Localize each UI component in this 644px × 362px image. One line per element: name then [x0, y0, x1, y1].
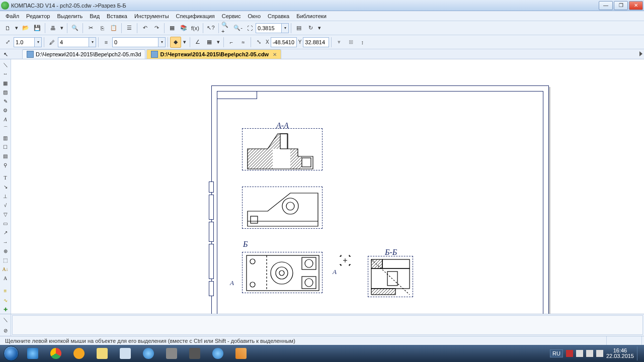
misc2-button[interactable]: ↕ — [357, 37, 368, 48]
mark-tool[interactable]: ↗ — [1, 228, 10, 237]
menu-window[interactable]: Окно — [244, 12, 264, 20]
view-top-box[interactable] — [242, 252, 323, 293]
refresh-drop[interactable]: ▾ — [316, 23, 323, 34]
tangent-tool[interactable]: ⊥ — [1, 192, 10, 201]
leader-tool[interactable]: ↘ — [1, 183, 10, 191]
x-input[interactable] — [271, 37, 297, 47]
zoom-combo[interactable]: ▾ — [256, 23, 289, 33]
drawing-canvas[interactable]: А-А — [11, 59, 644, 314]
taskbar-chrome[interactable] — [45, 346, 67, 360]
new-button[interactable]: 🗋 — [2, 23, 13, 34]
stylenum-dropdown[interactable]: ▾ — [89, 37, 96, 47]
grid-button[interactable]: ▦ — [204, 37, 215, 48]
stylenum-combo[interactable]: ▾ — [58, 37, 96, 47]
taskbar-explorer[interactable] — [91, 346, 113, 360]
menu-tools[interactable]: Инструменты — [131, 12, 173, 20]
taskbar-app1[interactable] — [160, 346, 183, 360]
cut-button[interactable]: ✂ — [85, 23, 96, 34]
y-input[interactable] — [303, 37, 329, 47]
roughness-tool[interactable]: √ — [1, 201, 10, 210]
dim-tool[interactable]: ↔ — [1, 69, 10, 78]
snap-toggle[interactable]: ◆ — [170, 37, 181, 48]
bolt-tool[interactable]: ⚲ — [1, 161, 10, 169]
text-insert-tool[interactable]: T — [1, 173, 10, 182]
menu-spec[interactable]: Спецификация — [173, 12, 218, 20]
section-tool[interactable]: ⬚ — [1, 256, 10, 264]
doc-tab-2[interactable]: D:\Чертежи\2014-2015\Вере\pch2-05.cdw ✕ — [146, 49, 281, 59]
tab-scroll-right[interactable] — [639, 51, 642, 56]
snap-angle-button[interactable]: ∠ — [192, 37, 203, 48]
angle-input[interactable] — [112, 37, 158, 47]
coord-mode-button[interactable]: ⤡ — [253, 37, 264, 48]
help-cursor-button[interactable]: ↖? — [205, 23, 216, 34]
geometry-tool[interactable]: ＼ — [1, 60, 10, 69]
doc-tab-1[interactable]: D:\Чертежи\2014-2015\Вере\pch2-05.m3d — [22, 49, 145, 59]
print-button[interactable]: 🖶 — [47, 23, 58, 34]
tray-action-icon[interactable] — [596, 350, 603, 357]
taskbar-app2[interactable] — [184, 346, 206, 360]
round-button[interactable]: ≈ — [237, 37, 249, 48]
menu-view[interactable]: Вид — [86, 12, 103, 20]
tray-volume-icon[interactable] — [586, 350, 593, 357]
snap-dropdown[interactable]: ▾ — [182, 37, 188, 48]
wave-tool[interactable]: ∿ — [1, 296, 10, 304]
state-button[interactable]: ▤ — [293, 23, 304, 34]
prop-apply[interactable]: ＼ — [1, 315, 10, 324]
style-button[interactable]: 🖉 — [46, 37, 57, 48]
lang-indicator[interactable]: RU — [550, 349, 563, 357]
center-tool[interactable]: ⊕ — [1, 247, 10, 255]
axis-tool[interactable]: ≡ — [1, 287, 10, 295]
show-desktop[interactable] — [637, 346, 641, 360]
view-arrow-tool[interactable]: A — [1, 274, 10, 283]
maximize-button[interactable]: ❐ — [614, 1, 628, 10]
print-dropdown[interactable]: ▾ — [59, 23, 65, 34]
layers-button[interactable]: ≡ — [101, 37, 112, 48]
menu-file[interactable]: Файл — [2, 12, 23, 20]
zoomin-button[interactable]: 🔍+ — [221, 23, 232, 34]
menu-insert[interactable]: Вставка — [103, 12, 131, 20]
prop-cancel[interactable]: ⊘ — [1, 326, 10, 335]
close-button[interactable]: ✕ — [629, 1, 643, 10]
param-tool[interactable]: ⚙ — [1, 106, 10, 115]
arc-tool[interactable]: ⌒ — [1, 124, 10, 133]
taskbar-writer[interactable] — [114, 346, 136, 360]
menu-editor[interactable]: Редактор — [23, 12, 53, 20]
manager-button[interactable]: ▦ — [167, 23, 178, 34]
symbol-tool[interactable]: ▦ — [1, 78, 10, 87]
text-tool[interactable]: A — [1, 115, 10, 124]
redo-button[interactable]: ↷ — [151, 23, 162, 34]
tab-close-icon[interactable]: ✕ — [273, 52, 277, 57]
libs-button[interactable]: 📚 — [178, 23, 189, 34]
step-dropdown[interactable]: ▾ — [35, 37, 42, 47]
edit-tool[interactable]: ✎ — [1, 97, 10, 106]
step-input[interactable] — [14, 37, 35, 47]
minimize-button[interactable]: — — [599, 1, 613, 10]
report-tool[interactable]: ▤ — [1, 152, 10, 160]
hatch-tool[interactable]: ▨ — [1, 88, 10, 97]
menu-service[interactable]: Сервис — [218, 12, 245, 20]
view-aa-box[interactable] — [242, 128, 323, 170]
menu-libs[interactable]: Библиотеки — [293, 12, 330, 20]
tray-clock[interactable]: 16:46 22.03.2015 — [606, 348, 634, 359]
zoom-input[interactable] — [256, 23, 282, 33]
undo-button[interactable]: ↶ — [139, 23, 150, 34]
step-combo[interactable]: ▾ — [14, 37, 42, 47]
preview-button[interactable]: 🔍 — [69, 23, 80, 34]
new-dropdown[interactable]: ▾ — [14, 23, 20, 34]
zoomwin-button[interactable]: ⛶ — [244, 23, 255, 34]
save-button[interactable]: 💾 — [32, 23, 43, 34]
stylenum-input[interactable] — [58, 37, 89, 47]
vars-button[interactable]: f(x) — [190, 23, 201, 34]
refresh-button[interactable]: ↻ — [305, 23, 316, 34]
tolerance-tool[interactable]: ▭ — [1, 219, 10, 228]
table-tool[interactable]: ▥ — [1, 134, 10, 142]
taskbar-media[interactable] — [68, 346, 90, 360]
taskbar-kompas2[interactable] — [207, 346, 229, 360]
ortho-button[interactable]: ⌐ — [226, 37, 237, 48]
arrow-tool[interactable]: → — [1, 238, 10, 246]
properties-button[interactable]: ☰ — [124, 23, 135, 34]
zoom-dropdown[interactable]: ▾ — [282, 23, 289, 33]
tray-flag-icon[interactable] — [566, 350, 573, 357]
start-button[interactable] — [1, 345, 21, 361]
spec-tool[interactable]: ☐ — [1, 143, 10, 151]
